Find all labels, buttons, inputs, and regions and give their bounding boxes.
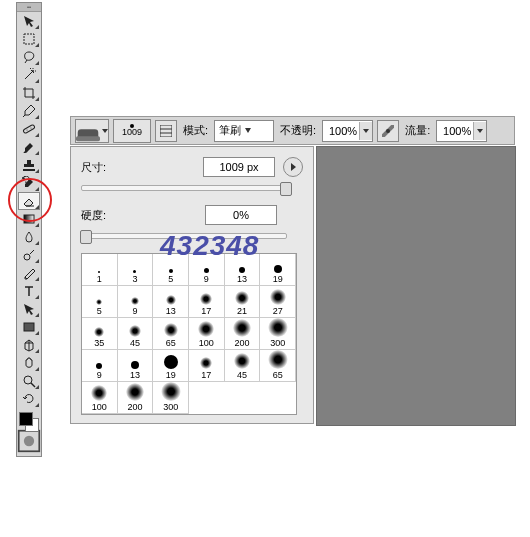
quick-mask-toggle[interactable] [17,432,41,450]
brush-size-label: 19 [166,371,176,380]
rectangle-shape-tool[interactable] [18,318,40,336]
chevron-down-icon[interactable] [473,122,486,140]
brush-preset[interactable]: 100 [189,318,225,350]
hand-tool[interactable] [18,354,40,372]
hardness-input[interactable] [205,205,277,225]
brush-size-label: 45 [130,339,140,348]
svg-rect-2 [23,124,35,133]
brush-size-label: 19 [273,275,283,284]
opacity-input[interactable] [322,120,373,142]
svg-point-10 [24,436,34,446]
brush-size-label: 100 [92,403,107,412]
zoom-tool[interactable] [18,372,40,390]
size-slider[interactable] [81,181,287,195]
brush-size-label: 1 [97,275,102,284]
brush-preset[interactable]: 19 [153,350,189,382]
brush-preset[interactable]: 1 [82,254,118,286]
hardness-label: 硬度: [81,208,131,223]
size-input[interactable] [203,157,275,177]
brush-preset[interactable]: 45 [118,318,154,350]
flow-label: 流量: [403,123,432,138]
slider-thumb[interactable] [280,182,292,196]
brush-tool[interactable] [18,138,40,156]
svg-rect-13 [160,125,172,137]
mode-value: 筆刷 [219,123,241,138]
mode-select[interactable]: 筆刷 [214,120,274,142]
brush-preset[interactable]: 100 [82,382,118,414]
type-tool[interactable] [18,282,40,300]
svg-rect-7 [24,323,34,331]
brush-preset[interactable]: 19 [260,254,296,286]
mode-label: 模式: [181,123,210,138]
brush-panel-toggle[interactable] [155,120,177,142]
svg-point-8 [24,376,32,384]
brush-preset[interactable]: 13 [153,286,189,318]
tool-preset-picker[interactable] [75,119,109,143]
move-tool[interactable] [18,12,40,30]
brush-preset[interactable]: 45 [225,350,261,382]
svg-point-16 [386,129,390,133]
pen-tool[interactable] [18,264,40,282]
foreground-color-swatch[interactable] [19,412,33,426]
brush-preset[interactable]: 35 [82,318,118,350]
brush-preset[interactable]: 5 [82,286,118,318]
chevron-down-icon[interactable] [359,122,372,140]
brush-size-label: 17 [201,371,211,380]
crop-tool[interactable] [18,84,40,102]
svg-point-3 [27,130,28,131]
path-selection-tool[interactable] [18,300,40,318]
3d-tool[interactable] [18,336,40,354]
brush-preset[interactable]: 300 [260,318,296,350]
brush-size-label: 9 [132,307,137,316]
svg-rect-0 [24,34,34,44]
blur-tool[interactable] [18,228,40,246]
slider-thumb[interactable] [80,230,92,244]
brush-picker[interactable]: 1009 [113,119,151,143]
flow-input[interactable] [436,120,487,142]
brush-size-label: 300 [270,339,285,348]
brush-preset[interactable]: 9 [82,350,118,382]
brush-size-label: 17 [201,307,211,316]
brush-preset-panel: 尺寸: 硬度: 13591319591317212735456510020030… [70,146,314,424]
brush-preset[interactable]: 17 [189,350,225,382]
lasso-tool[interactable] [18,48,40,66]
brush-preset[interactable]: 300 [153,382,189,414]
brush-preset[interactable]: 9 [118,286,154,318]
brush-preset[interactable]: 9 [189,254,225,286]
brush-preset-grid: 1359131959131721273545651002003009131917… [81,253,297,415]
brush-size-label: 9 [97,371,102,380]
rotate-view-tool[interactable] [18,390,40,408]
brush-size-label: 300 [163,403,178,412]
brush-size-label: 3 [132,275,137,284]
opacity-value[interactable] [323,125,359,137]
toolbox-grip[interactable]: •• [17,3,41,12]
brush-preset[interactable]: 21 [225,286,261,318]
eyedropper-tool[interactable] [18,102,40,120]
brush-preset[interactable]: 65 [260,350,296,382]
brush-preset[interactable]: 27 [260,286,296,318]
flow-value[interactable] [437,125,473,137]
healing-brush-tool[interactable] [18,120,40,138]
brush-preset[interactable]: 13 [225,254,261,286]
brush-preset[interactable]: 65 [153,318,189,350]
history-brush-tool[interactable] [18,174,40,192]
flyout-menu-button[interactable] [283,157,303,177]
color-swatches[interactable] [17,412,41,432]
brush-size-label: 100 [199,339,214,348]
eraser-tool[interactable] [18,192,40,210]
brush-preset[interactable]: 17 [189,286,225,318]
canvas-area[interactable] [316,146,516,426]
brush-preset[interactable]: 3 [118,254,154,286]
pressure-opacity-toggle[interactable] [377,120,399,142]
gradient-tool[interactable] [18,210,40,228]
brush-preset[interactable]: 5 [153,254,189,286]
brush-preset[interactable]: 200 [118,382,154,414]
brush-preset[interactable]: 200 [225,318,261,350]
brush-preset[interactable]: 13 [118,350,154,382]
marquee-tool[interactable] [18,30,40,48]
hardness-slider[interactable] [81,229,287,243]
clone-stamp-tool[interactable] [18,156,40,174]
magic-wand-tool[interactable] [18,66,40,84]
dodge-tool[interactable] [18,246,40,264]
brush-size-label: 65 [166,339,176,348]
